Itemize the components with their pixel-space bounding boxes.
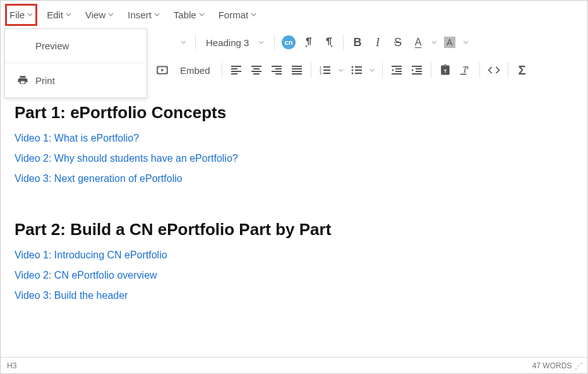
menu-edit-label: Edit <box>47 9 63 20</box>
word-count[interactable]: 47 WORDS <box>532 361 572 370</box>
italic-button[interactable]: I <box>369 33 387 51</box>
svg-point-5 <box>351 69 353 71</box>
highlight-button[interactable]: A <box>441 33 459 51</box>
align-left-button[interactable] <box>227 61 245 79</box>
embed-label: Embed <box>180 65 210 76</box>
clear-format-icon: T× <box>459 64 472 76</box>
svg-text:3: 3 <box>320 71 321 75</box>
align-justify-icon <box>291 66 303 75</box>
block-format-select[interactable]: Heading 3 <box>201 33 269 52</box>
numbered-list-button[interactable]: 123 <box>316 61 334 79</box>
element-path[interactable]: H3 <box>7 361 16 370</box>
chevron-down-icon <box>369 68 375 72</box>
numbered-list-dropdown[interactable] <box>337 61 345 79</box>
chevron-down-icon <box>258 40 264 44</box>
pilcrow-ltr-icon <box>303 37 315 48</box>
menubar: File Edit View Insert Table Format <box>1 1 587 28</box>
part1-heading: Part 1: ePortfolio Concepts <box>15 103 573 123</box>
print-icon <box>15 75 30 86</box>
video-link[interactable]: Video 1: What is ePortfolio? <box>15 133 573 144</box>
svg-text:T: T <box>443 68 447 74</box>
menu-view[interactable]: View <box>81 4 117 25</box>
cn-icon: cn <box>282 35 296 49</box>
chevron-down-icon <box>108 13 114 16</box>
chevron-down-icon <box>154 13 160 16</box>
insert-video-button[interactable] <box>153 61 171 79</box>
menu-view-label: View <box>85 9 105 20</box>
outdent-icon <box>391 66 402 75</box>
menu-table-label: Table <box>174 9 196 20</box>
align-center-button[interactable] <box>248 61 265 79</box>
chevron-down-icon <box>181 40 186 44</box>
menu-table[interactable]: Table <box>170 4 208 25</box>
resize-grip-icon[interactable]: ⋰ <box>574 361 581 370</box>
rtl-button[interactable] <box>320 33 338 51</box>
svg-point-6 <box>351 73 353 75</box>
ltr-button[interactable] <box>300 33 318 51</box>
align-center-icon <box>251 66 262 75</box>
chevron-down-icon <box>431 40 437 44</box>
video-icon <box>156 65 169 75</box>
menu-insert[interactable]: Insert <box>124 4 164 25</box>
menu-edit[interactable]: Edit <box>43 4 75 25</box>
outdent-button[interactable] <box>388 61 405 79</box>
bullet-list-dropdown[interactable] <box>368 61 377 79</box>
text-color-button[interactable]: A <box>409 33 427 51</box>
align-right-button[interactable] <box>268 61 285 79</box>
video-link[interactable]: Video 2: CN ePortfolio overview <box>15 270 573 281</box>
chevron-down-icon <box>251 13 256 16</box>
embed-button[interactable]: Embed <box>174 61 217 79</box>
editor-content[interactable]: Part 1: ePortfolio Concepts Video 1: Wha… <box>1 84 587 348</box>
paste-text-icon: T <box>440 64 451 76</box>
bullet-list-icon <box>351 66 363 75</box>
file-dropdown: Preview Print <box>4 28 147 98</box>
file-print-label: Print <box>35 75 55 86</box>
chevron-down-icon <box>338 68 344 72</box>
paste-text-button[interactable]: T <box>436 61 454 79</box>
align-justify-button[interactable] <box>288 61 306 79</box>
block-format-label: Heading 3 <box>206 37 249 48</box>
editor-content-scroll[interactable]: Part 1: ePortfolio Concepts Video 1: Wha… <box>1 84 587 357</box>
chevron-down-icon <box>463 40 469 44</box>
part2-heading: Part 2: Build a CN ePortfolio Part by Pa… <box>15 220 573 239</box>
chevron-down-icon <box>27 13 33 16</box>
video-link[interactable]: Video 3: Build the header <box>15 290 573 301</box>
font-family-dropdown[interactable] <box>153 33 190 51</box>
clear-formatting-button[interactable]: T× <box>457 61 474 79</box>
statusbar: H3 47 WORDS ⋰ <box>1 357 587 373</box>
highlight-dropdown[interactable] <box>461 33 470 51</box>
bullet-list-button[interactable] <box>348 61 366 79</box>
file-print-item[interactable]: Print <box>5 63 147 97</box>
svg-point-4 <box>351 66 353 68</box>
menu-format-label: Format <box>219 9 249 20</box>
equation-button[interactable]: Σ <box>513 61 531 79</box>
source-code-button[interactable] <box>485 61 503 79</box>
file-preview-item[interactable]: Preview <box>5 29 147 63</box>
cn-link-button[interactable]: cn <box>280 33 297 51</box>
text-color-icon: A <box>415 37 422 48</box>
video-link[interactable]: Video 2: Why should students have an ePo… <box>15 153 573 164</box>
highlight-icon: A <box>444 37 455 48</box>
video-link[interactable]: Video 1: Introducing CN ePortfolio <box>15 250 573 261</box>
menu-file[interactable]: File <box>6 4 37 25</box>
menu-file-label: File <box>9 9 25 20</box>
pilcrow-rtl-icon <box>323 37 335 48</box>
code-icon <box>488 66 500 75</box>
video-link[interactable]: Video 3: Next generation of ePortfolio <box>15 173 573 184</box>
numbered-list-icon: 123 <box>320 66 331 75</box>
strikethrough-button[interactable]: S <box>389 33 407 51</box>
bold-button[interactable]: B <box>349 33 366 51</box>
align-left-icon <box>231 66 242 75</box>
file-preview-label: Preview <box>35 40 69 51</box>
align-right-icon <box>271 66 282 75</box>
menu-insert-label: Insert <box>128 9 152 20</box>
indent-button[interactable] <box>408 61 426 79</box>
menu-format[interactable]: Format <box>215 4 261 25</box>
chevron-down-icon <box>66 13 71 16</box>
text-color-dropdown[interactable] <box>429 33 438 51</box>
svg-text:×: × <box>465 66 469 71</box>
indent-icon <box>411 66 423 75</box>
chevron-down-icon <box>199 13 205 16</box>
